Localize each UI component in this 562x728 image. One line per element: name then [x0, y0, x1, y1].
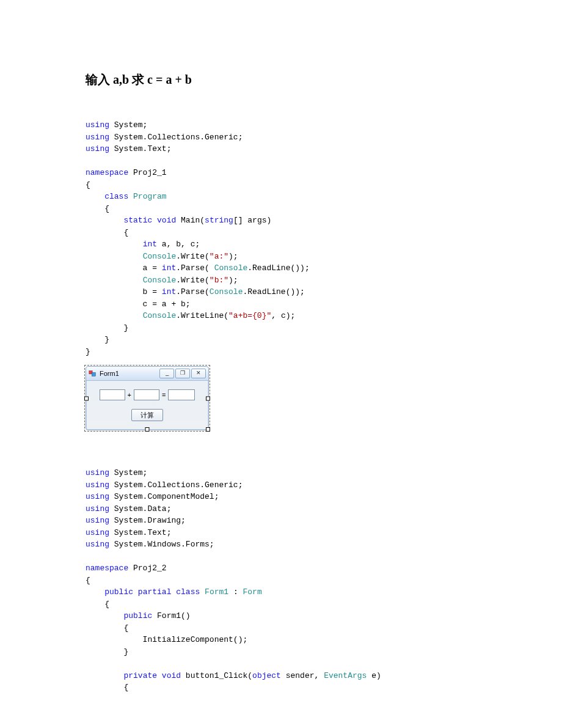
window-title: Form1: [100, 369, 159, 379]
form1-window: Form1 ⎯ ❐ ✕ + = 计算: [86, 366, 209, 430]
input-a[interactable]: [100, 389, 125, 400]
plus-label: +: [128, 390, 131, 400]
calculate-button[interactable]: 计算: [131, 409, 163, 421]
resize-handle[interactable]: [84, 396, 89, 400]
maximize-icon[interactable]: ❐: [175, 369, 190, 378]
code-block-1: using System; using System.Collections.G…: [86, 119, 476, 358]
resize-handle[interactable]: [206, 396, 210, 400]
page-title: 输入 a,b 求 c = a + b: [86, 70, 476, 89]
form-designer-mock: Form1 ⎯ ❐ ✕ + = 计算: [86, 366, 214, 430]
document-page: 输入 a,b 求 c = a + b using System; using S…: [0, 0, 562, 728]
resize-handle[interactable]: [206, 427, 210, 432]
titlebar: Form1 ⎯ ❐ ✕: [86, 367, 208, 381]
form-client-area: + = 计算: [86, 381, 208, 430]
result-box: [168, 389, 195, 400]
app-icon: [89, 369, 97, 378]
svg-rect-1: [92, 372, 95, 376]
minimize-icon[interactable]: ⎯: [159, 369, 174, 378]
input-b[interactable]: [134, 389, 159, 400]
code-block-2: using System; using System.Collections.G…: [86, 467, 476, 694]
close-icon[interactable]: ✕: [191, 369, 206, 378]
resize-handle[interactable]: [145, 427, 150, 432]
equals-label: =: [162, 390, 166, 400]
